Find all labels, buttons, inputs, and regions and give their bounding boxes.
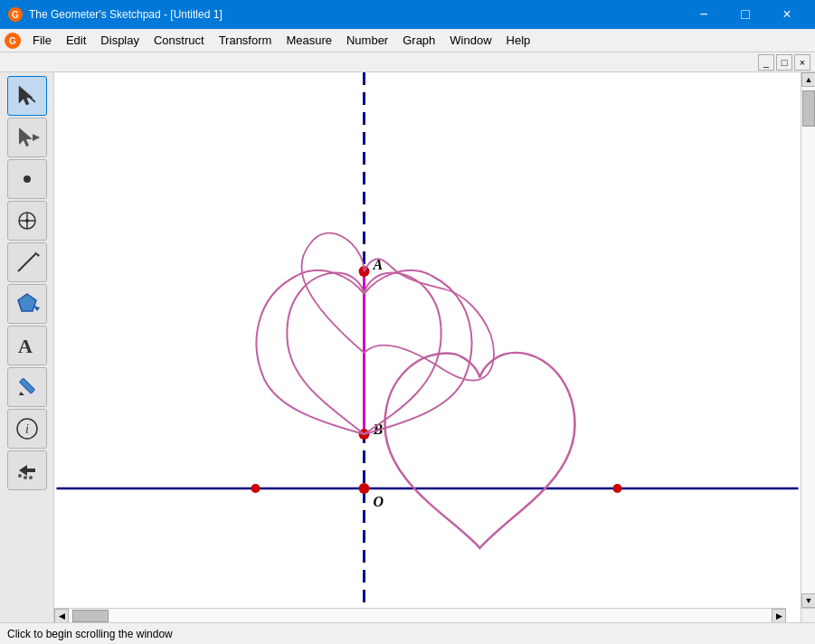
scroll-track-horizontal xyxy=(69,609,772,623)
doc-maximize-button[interactable]: □ xyxy=(776,54,792,71)
pencil-tool[interactable] xyxy=(7,367,47,407)
menu-construct[interactable]: Construct xyxy=(147,30,212,52)
scroll-right-button[interactable]: ▶ xyxy=(772,609,786,623)
pencil-icon xyxy=(14,374,40,400)
svg-marker-24 xyxy=(19,465,35,476)
horizontal-scrollbar: ◀ ▶ xyxy=(54,608,786,622)
svg-text:i: i xyxy=(25,422,29,436)
svg-marker-6 xyxy=(29,96,35,102)
scroll-track-vertical xyxy=(801,87,815,593)
scroll-thumb-horizontal[interactable] xyxy=(72,610,109,622)
compass-tool[interactable] xyxy=(7,201,47,241)
arrow-right-icon xyxy=(14,125,40,150)
app-icon: G xyxy=(7,6,24,23)
menu-graph[interactable]: Graph xyxy=(395,30,442,52)
arrow-tool[interactable] xyxy=(7,76,47,116)
doc-minimize-button[interactable]: _ xyxy=(758,54,774,71)
arrow-icon xyxy=(14,83,40,109)
app-menu-icon: G xyxy=(4,32,22,50)
toolbar: A i xyxy=(0,72,54,622)
menu-file[interactable]: File xyxy=(25,30,59,52)
heart-shape xyxy=(287,273,441,434)
line-icon xyxy=(14,250,40,275)
svg-text:G: G xyxy=(12,10,19,20)
menu-measure[interactable]: Measure xyxy=(279,30,339,52)
main-area: A i xyxy=(0,72,815,622)
polygon-tool[interactable] xyxy=(7,284,47,324)
svg-marker-18 xyxy=(33,306,40,311)
arrow-right-tool[interactable] xyxy=(7,118,47,157)
info-tool[interactable]: i xyxy=(7,409,47,449)
info-icon: i xyxy=(14,416,40,441)
title-bar-left: G The Geometer's Sketchpad - [Untitled 1… xyxy=(7,6,223,23)
custom-tool-icon xyxy=(14,458,40,483)
menu-edit[interactable]: Edit xyxy=(59,30,93,52)
point-icon xyxy=(14,166,40,192)
maximize-button[interactable]: □ xyxy=(725,0,766,29)
svg-rect-20 xyxy=(19,378,34,393)
compass-icon xyxy=(14,208,40,233)
doc-bar: _ □ × xyxy=(0,52,815,72)
minimize-button[interactable]: − xyxy=(683,0,725,29)
svg-marker-21 xyxy=(19,392,24,395)
scroll-left-button[interactable]: ◀ xyxy=(54,609,69,623)
scroll-thumb-vertical[interactable] xyxy=(802,90,815,127)
menu-bar: G File Edit Display Construct Transform … xyxy=(0,29,815,52)
menu-number[interactable]: Number xyxy=(339,30,395,52)
custom-tool[interactable] xyxy=(7,450,47,490)
window-controls: − □ × xyxy=(683,0,808,29)
menu-help[interactable]: Help xyxy=(499,30,538,52)
menu-display[interactable]: Display xyxy=(93,30,147,52)
svg-point-27 xyxy=(29,476,33,479)
canvas-area[interactable]: O A B ◀ xyxy=(54,72,801,622)
heart-overlay xyxy=(54,72,801,622)
scroll-down-button[interactable]: ▼ xyxy=(801,593,815,608)
svg-marker-7 xyxy=(19,128,33,147)
title-bar: G The Geometer's Sketchpad - [Untitled 1… xyxy=(0,0,815,29)
point-tool[interactable] xyxy=(7,159,47,199)
polygon-icon xyxy=(14,291,40,317)
close-button[interactable]: × xyxy=(766,0,808,29)
menu-transform[interactable]: Transform xyxy=(212,30,280,52)
text-icon: A xyxy=(14,333,40,358)
svg-marker-17 xyxy=(18,294,36,311)
line-tool[interactable] xyxy=(7,242,47,282)
svg-point-14 xyxy=(25,219,29,223)
scroll-corner xyxy=(801,608,815,622)
svg-point-26 xyxy=(24,476,27,479)
svg-point-10 xyxy=(24,175,31,183)
heart-left-lobe2 xyxy=(257,270,365,434)
svg-line-15 xyxy=(18,253,36,271)
doc-close-button[interactable]: × xyxy=(794,54,810,71)
window-title: The Geometer's Sketchpad - [Untitled 1] xyxy=(29,8,223,21)
svg-marker-4 xyxy=(19,86,33,105)
text-tool[interactable]: A xyxy=(7,326,47,365)
svg-text:G: G xyxy=(9,36,16,46)
vertical-scrollbar: ▲ ▼ xyxy=(801,72,815,622)
svg-point-25 xyxy=(18,474,22,478)
status-message: Click to begin scrolling the window xyxy=(7,628,173,640)
heart-right-lobe xyxy=(365,270,472,434)
svg-text:A: A xyxy=(18,335,33,357)
scroll-up-button[interactable]: ▲ xyxy=(801,72,815,87)
menu-window[interactable]: Window xyxy=(442,30,498,52)
status-bar: Click to begin scrolling the window xyxy=(0,622,815,644)
